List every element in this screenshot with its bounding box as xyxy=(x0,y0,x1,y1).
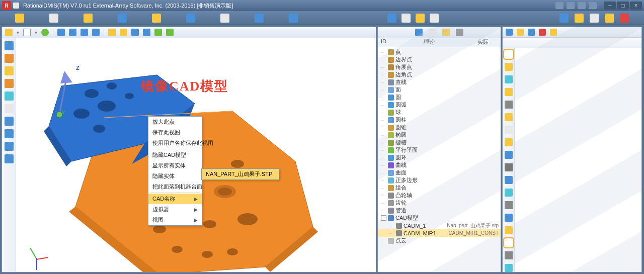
ctx-item-5[interactable]: 隐藏实体 xyxy=(148,171,202,181)
toolbar-btn-3[interactable] xyxy=(84,14,93,23)
tree-node[interactable]: 曲线 xyxy=(378,161,501,169)
toolbar-btn-9[interactable] xyxy=(289,14,298,23)
zoom-fit-icon[interactable] xyxy=(69,29,76,36)
tree-node[interactable]: 圆 xyxy=(378,94,501,101)
zoom-icon[interactable] xyxy=(57,29,65,36)
toolbar-btn-rr3[interactable] xyxy=(590,14,599,23)
camera-icon[interactable] xyxy=(456,29,463,36)
view-icon-6[interactable] xyxy=(166,29,174,36)
rt-icon-5[interactable] xyxy=(550,29,557,36)
tree-node[interactable]: 椭圆 xyxy=(378,131,501,139)
view-icon-2[interactable] xyxy=(120,29,127,36)
rs-icon-2[interactable] xyxy=(505,63,513,71)
toolbar-btn-2[interactable] xyxy=(49,14,58,23)
tree-node[interactable]: 管道 xyxy=(378,207,501,214)
tree-node[interactable]: 面 xyxy=(378,86,501,94)
context-submenu[interactable]: NAN_PART_山鸡果子.STP xyxy=(201,168,279,180)
quick-icon-2[interactable] xyxy=(567,2,575,9)
tree-tool-2[interactable] xyxy=(429,29,436,36)
ctx-item-8[interactable]: 虚拟器▶ xyxy=(148,204,202,215)
quick-icon-3[interactable] xyxy=(578,2,586,9)
3d-viewport[interactable]: 镜像CAD模型 Z Y 放大此点保存此视图使用用户名称保存此视图隐藏CAD模型显… xyxy=(16,38,376,272)
rs-icon-18[interactable] xyxy=(505,264,513,272)
rs-icon-17[interactable] xyxy=(505,251,513,259)
ctx-item-1[interactable]: 保存此视图 xyxy=(148,127,202,138)
minimize-button[interactable]: – xyxy=(604,2,616,10)
refresh-icon[interactable] xyxy=(41,29,49,36)
tree-node[interactable]: 平行平面 xyxy=(378,146,501,154)
ctx-item-2[interactable]: 使用用户名称保存此视图 xyxy=(148,138,202,148)
left-tool-8[interactable] xyxy=(5,129,14,138)
toolbar-btn-5[interactable] xyxy=(152,14,161,23)
home-icon[interactable] xyxy=(5,29,13,36)
tree-node[interactable]: 齿轮 xyxy=(378,199,501,207)
toolbar-btn-6[interactable] xyxy=(186,14,195,23)
tree-node[interactable]: 球 xyxy=(378,109,501,116)
left-tool-3[interactable] xyxy=(5,66,14,75)
toolbar-btn-8[interactable] xyxy=(255,14,264,23)
toolbar-btn-7[interactable] xyxy=(220,14,229,23)
tree-node[interactable]: 圆锥 xyxy=(378,124,501,131)
toolbar-btn-rr1[interactable] xyxy=(559,14,569,23)
tree-node[interactable]: 圆环 xyxy=(378,154,501,161)
rs-icon-14[interactable] xyxy=(505,214,513,222)
rs-icon-3[interactable] xyxy=(505,75,513,83)
tree-node[interactable]: 正多边形 xyxy=(378,176,501,184)
left-tool-4[interactable] xyxy=(5,79,14,88)
tree-node[interactable]: 点 xyxy=(378,48,501,56)
rs-icon-6[interactable] xyxy=(505,113,513,121)
view-icon-4[interactable] xyxy=(143,29,150,36)
toolbar-btn-1[interactable] xyxy=(15,14,24,23)
close-button[interactable]: × xyxy=(630,2,642,10)
zoom-window-icon[interactable] xyxy=(80,29,88,36)
tree-node[interactable]: −CAD模型 xyxy=(378,214,501,222)
tree-node[interactable]: 点云 xyxy=(378,237,501,244)
tree-tool-1[interactable] xyxy=(415,29,423,36)
ctx-item-7[interactable]: CAD名称▶ xyxy=(148,194,202,204)
ctx-item-4[interactable]: 显示所有实体 xyxy=(148,160,202,171)
context-menu[interactable]: 放大此点保存此视图使用用户名称保存此视图隐藏CAD模型显示所有实体隐藏实体把此面… xyxy=(148,116,202,226)
rt-icon-2[interactable] xyxy=(517,29,524,36)
maximize-button[interactable]: □ xyxy=(617,2,629,10)
tree-node[interactable]: 边界点 xyxy=(378,56,501,63)
ctx-item-0[interactable]: 放大此点 xyxy=(148,117,202,127)
view-icon-3[interactable] xyxy=(131,29,139,36)
tree-node[interactable]: 圆弧 xyxy=(378,101,501,109)
tree-node[interactable]: 直线 xyxy=(378,78,501,86)
toolbar-btn-rr2[interactable] xyxy=(575,14,584,23)
rs-icon-10[interactable] xyxy=(505,163,513,171)
pan-icon[interactable] xyxy=(92,29,100,36)
submenu-item[interactable]: NAN_PART_山鸡果子.STP xyxy=(202,169,279,179)
tree-node[interactable]: 圆柱 xyxy=(378,116,501,124)
left-tool-5[interactable] xyxy=(5,92,14,101)
rs-icon-8[interactable] xyxy=(505,138,513,146)
rs-icon-11[interactable] xyxy=(505,176,513,184)
rt-icon-3[interactable] xyxy=(528,29,535,36)
toolbar-btn-rr4[interactable] xyxy=(605,14,614,23)
toolbar-btn-r2[interactable] xyxy=(401,14,411,23)
left-tool-2[interactable] xyxy=(5,54,14,63)
toolbar-btn-r1[interactable] xyxy=(387,14,396,23)
toolbar-btn-rr5[interactable] xyxy=(620,14,629,23)
tree-node[interactable]: CADM_1Nan_part_山鸡果子.stp xyxy=(378,222,501,229)
tree-node[interactable]: 角度点 xyxy=(378,63,501,71)
rs-icon-13[interactable] xyxy=(505,201,513,209)
tree-node[interactable]: 边角点 xyxy=(378,71,501,78)
tree-tool-3[interactable] xyxy=(442,29,450,36)
view-icon-5[interactable] xyxy=(154,29,162,36)
tree-node[interactable]: CADM_MIR1CADM_MIR1_CONST xyxy=(378,229,501,237)
ctx-item-3[interactable]: 隐藏CAD模型 xyxy=(148,150,202,160)
rs-icon-16[interactable] xyxy=(505,239,513,247)
tree-node[interactable]: 曲面 xyxy=(378,169,501,176)
quick-icon-1[interactable] xyxy=(555,2,564,9)
cursor-icon[interactable] xyxy=(23,29,31,36)
left-tool-6[interactable] xyxy=(5,104,14,113)
rs-icon-12[interactable] xyxy=(505,189,513,197)
left-tool-7[interactable] xyxy=(5,117,14,126)
rt-icon-1[interactable] xyxy=(506,29,513,36)
tree-node[interactable]: 键槽 xyxy=(378,139,501,146)
view-icon-1[interactable] xyxy=(108,29,116,36)
rs-icon-7[interactable] xyxy=(505,126,513,134)
rs-icon-15[interactable] xyxy=(505,226,513,234)
toolbar-btn-r4[interactable] xyxy=(430,14,439,23)
